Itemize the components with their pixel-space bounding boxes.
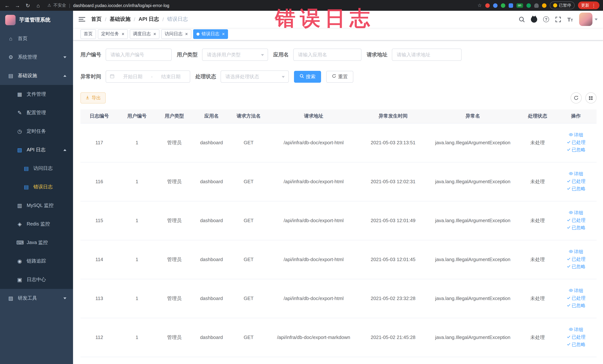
tags-view: 首页 定时任务 × 调度日志 × 访问日志 × 错误日志 × — [73, 28, 603, 40]
user-id-input[interactable] — [106, 48, 172, 61]
row-action[interactable]: 已忽略 — [558, 224, 594, 232]
user-type-select[interactable]: 请选择用户类型 — [202, 48, 268, 61]
exception-time-range-picker[interactable]: 开始日期 - 结束日期 — [106, 70, 190, 83]
request-url-input[interactable] — [392, 48, 462, 61]
sidebar-item[interactable]: ◷ 定时任务 — [0, 122, 73, 141]
sidebar-item[interactable]: ⌂ 首页 — [0, 29, 73, 48]
address-bar[interactable]: ⚠ 不安全 | dashboard.yudao.iocoder.cn/infra… — [47, 3, 169, 8]
github-icon[interactable] — [531, 16, 537, 23]
column-settings-button[interactable] — [585, 92, 596, 104]
user-menu[interactable] — [579, 13, 597, 26]
tab-item[interactable]: 访问日志 × — [161, 29, 191, 39]
export-button[interactable]: 导出 — [81, 92, 106, 104]
extension-icon[interactable] — [526, 3, 531, 8]
sidebar-item[interactable]: ▦ 文件管理 — [0, 85, 73, 104]
update-button[interactable]: 更新 ⋮ — [578, 1, 599, 9]
row-action[interactable]: 已忽略 — [558, 302, 594, 309]
kebab-menu-icon[interactable]: ⋮ — [591, 3, 596, 8]
close-icon[interactable]: × — [222, 32, 225, 36]
row-action[interactable]: 详细 — [558, 209, 594, 217]
row-action[interactable]: 已忽略 — [558, 263, 594, 270]
table-cell: 未处理 — [519, 318, 556, 357]
row-action[interactable]: 已忽略 — [558, 185, 594, 193]
sidebar-item[interactable]: ⚙ 系统管理 — [0, 48, 73, 66]
search-button-icon — [300, 74, 304, 79]
sidebar-item[interactable]: ▤ 基础设施 — [0, 66, 73, 85]
close-icon[interactable]: × — [122, 32, 124, 36]
fullscreen-icon[interactable] — [555, 16, 561, 23]
row-action[interactable]: 详细 — [558, 326, 594, 334]
extension-icon[interactable] — [493, 3, 497, 8]
bookmark-star-icon[interactable]: ☆ — [477, 3, 482, 8]
row-action[interactable]: 已处理 — [558, 217, 594, 224]
table-cell: 未处理 — [519, 240, 556, 279]
help-icon[interactable]: ? — [543, 16, 549, 22]
process-status-select[interactable]: 请选择处理状态 — [220, 70, 289, 83]
puzzle-extensions-icon[interactable] — [534, 3, 538, 8]
font-size-icon[interactable]: TT — [567, 16, 573, 23]
sidebar-item[interactable]: ▤ 访问日志 — [0, 159, 73, 178]
api-log-icon: ▧ — [16, 147, 23, 153]
search-icon[interactable] — [519, 16, 525, 23]
sidebar-item[interactable]: ▥ MySQL 监控 — [0, 196, 73, 215]
paused-pill[interactable]: 已暂停 — [550, 1, 574, 9]
table-header-cell: 异常发生时间 — [360, 109, 426, 123]
sidebar-item[interactable]: ⌨ Java 监控 — [0, 233, 73, 252]
table-cell: 2021-05-02 21:45:28 — [360, 318, 426, 357]
row-action[interactable]: 详细 — [558, 287, 594, 295]
sidebar: 芋道管理系统 ⌂ 首页 ⚙ 系统管理 ▤ 基础设施 ▦ 文件管理 ✎ 配置管理 … — [0, 11, 73, 364]
search-button[interactable]: 搜索 — [294, 71, 321, 82]
sidebar-item[interactable]: ✎ 配置管理 — [0, 104, 73, 122]
row-action[interactable]: 详细 — [558, 248, 594, 256]
export-button-label: 导出 — [92, 95, 101, 101]
table-cell: /api/infra/db-doc/export-markdown — [267, 318, 360, 357]
extension-icon[interactable] — [509, 3, 513, 8]
tab-item[interactable]: 调度日志 × — [129, 29, 159, 39]
extension-icon[interactable] — [485, 3, 489, 8]
breadcrumb-item[interactable]: API 日志 — [139, 16, 159, 23]
app-name-input[interactable] — [293, 48, 361, 61]
row-action[interactable]: 已处理 — [558, 178, 594, 185]
breadcrumb-item[interactable]: 基础设施 — [110, 16, 130, 23]
row-action[interactable]: 详细 — [558, 170, 594, 178]
sidebar-item[interactable]: ▧ API 日志 — [0, 141, 73, 159]
row-action[interactable]: 已处理 — [558, 295, 594, 302]
profile-avatar-icon[interactable] — [542, 3, 546, 8]
back-icon[interactable]: ← — [4, 2, 10, 8]
breadcrumb-item[interactable]: 首页 — [91, 16, 102, 23]
row-action[interactable]: 已忽略 — [558, 146, 594, 154]
sidebar-item-label: 错误日志 — [33, 184, 53, 190]
close-icon[interactable]: × — [185, 32, 188, 36]
tab-item[interactable]: 首页 — [81, 29, 96, 39]
table-cell: 管理员 — [156, 162, 193, 201]
table-cell: java.lang.IllegalArgumentException — [426, 318, 520, 357]
chevron-down-icon — [594, 18, 597, 20]
row-action[interactable]: 已忽略 — [558, 341, 594, 348]
sidebar-item[interactable]: ▨ 研发工具 — [0, 289, 73, 307]
close-icon[interactable]: × — [153, 32, 156, 36]
sidebar-logo[interactable]: 芋道管理系统 — [0, 11, 73, 29]
table-cell: 116 — [81, 162, 118, 201]
reset-button[interactable]: 重置 — [326, 71, 353, 82]
sidebar-item[interactable]: ▣ 日志中心 — [0, 270, 73, 289]
java-icon: ⌨ — [16, 240, 23, 246]
sidebar-item[interactable]: ◉ 链路追踪 — [0, 252, 73, 270]
hamburger-icon[interactable] — [79, 16, 85, 23]
extension-badge[interactable]: on — [516, 3, 523, 8]
refresh-table-button[interactable] — [570, 92, 581, 104]
row-action[interactable]: 已处理 — [558, 256, 594, 263]
forward-icon[interactable]: → — [14, 2, 21, 8]
tab-item[interactable]: 定时任务 × — [98, 29, 128, 39]
table-actions-cell: 详细已处理已忽略 — [556, 240, 596, 279]
table-header-cell: 用户编号 — [118, 109, 156, 123]
row-action[interactable]: 详细 — [558, 131, 594, 139]
tab-item[interactable]: 错误日志 × — [193, 29, 228, 39]
row-action[interactable]: 已处理 — [558, 139, 594, 146]
browser-home-icon[interactable]: ⌂ — [35, 2, 42, 8]
row-action[interactable]: 已处理 — [558, 334, 594, 341]
sidebar-item[interactable]: ◈ Redis 监控 — [0, 215, 73, 233]
sidebar-item[interactable]: ▤ 错误日志 — [0, 178, 73, 196]
table-header-cell: 请求地址 — [267, 109, 360, 123]
reload-icon[interactable]: ↻ — [24, 2, 31, 8]
extension-icon[interactable] — [501, 3, 505, 8]
